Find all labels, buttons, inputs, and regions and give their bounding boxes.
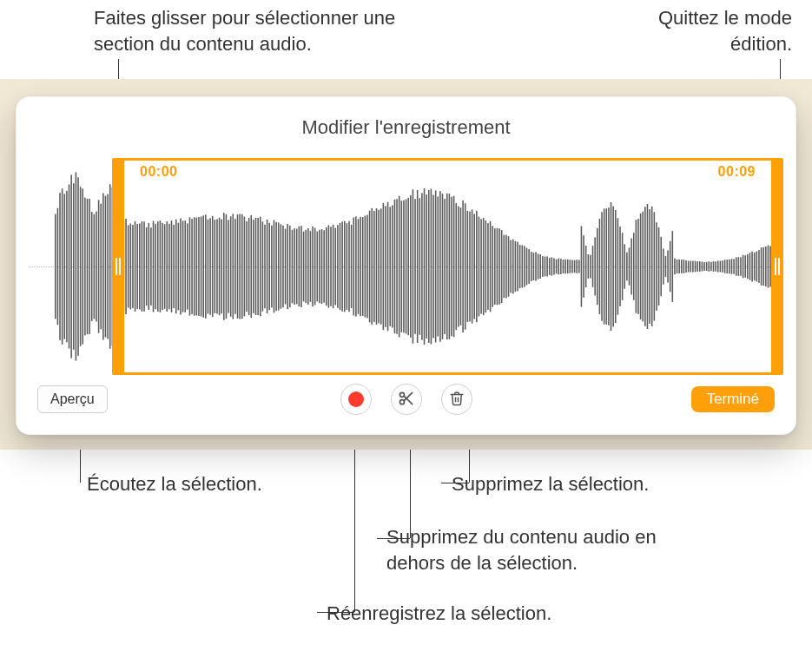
svg-rect-18 bbox=[96, 212, 97, 322]
toolbar-center bbox=[340, 384, 472, 415]
toolbar: Aperçu bbox=[17, 384, 795, 415]
svg-rect-14 bbox=[87, 199, 89, 334]
svg-rect-12 bbox=[82, 188, 83, 344]
svg-rect-2 bbox=[59, 193, 61, 340]
trash-icon bbox=[449, 390, 465, 410]
callout-delete-selection: Supprimez la sélection. bbox=[452, 471, 649, 497]
svg-rect-0 bbox=[55, 214, 56, 319]
callout-listen: Écoutez la sélection. bbox=[87, 471, 262, 497]
svg-rect-7 bbox=[70, 174, 72, 358]
svg-rect-3 bbox=[62, 188, 63, 345]
svg-rect-21 bbox=[102, 194, 104, 340]
callout-leader bbox=[377, 538, 410, 539]
selection-end-time: 00:09 bbox=[718, 164, 756, 180]
callout-exit-edit: Quittez le mode édition. bbox=[610, 5, 792, 56]
svg-rect-4 bbox=[63, 194, 65, 339]
selection-start-time: 00:00 bbox=[140, 164, 177, 180]
record-icon bbox=[348, 391, 364, 407]
svg-rect-24 bbox=[109, 184, 111, 349]
callout-delete-outside: Supprimez du contenu audio en dehors de … bbox=[386, 524, 699, 575]
delete-button[interactable] bbox=[441, 384, 472, 415]
svg-rect-10 bbox=[77, 177, 79, 356]
callout-leader bbox=[317, 612, 354, 613]
svg-rect-6 bbox=[69, 184, 70, 348]
waveform-area[interactable]: 00:00 00:09 bbox=[29, 158, 783, 375]
svg-rect-11 bbox=[80, 187, 82, 346]
svg-rect-15 bbox=[89, 199, 90, 334]
preview-button[interactable]: Aperçu bbox=[37, 385, 108, 413]
svg-rect-17 bbox=[94, 214, 96, 319]
callout-leader bbox=[441, 483, 469, 483]
callout-drag-select: Faites glisser pour sélectionner une sec… bbox=[94, 5, 406, 56]
selection-rect[interactable]: 00:00 00:09 bbox=[112, 158, 783, 375]
panel-title: Modifier l'enregistrement bbox=[17, 116, 795, 139]
trim-button[interactable] bbox=[391, 384, 422, 415]
svg-rect-19 bbox=[98, 200, 100, 332]
svg-rect-1 bbox=[57, 208, 59, 326]
callout-leader bbox=[354, 425, 355, 612]
svg-rect-13 bbox=[84, 198, 86, 336]
edit-recording-panel: Modifier l'enregistrement 00:00 00:09 Ap… bbox=[16, 96, 796, 435]
svg-rect-5 bbox=[66, 191, 68, 342]
svg-rect-9 bbox=[76, 172, 77, 360]
svg-rect-16 bbox=[91, 212, 93, 321]
svg-rect-8 bbox=[73, 183, 75, 350]
done-button[interactable]: Terminé bbox=[691, 386, 775, 412]
record-button[interactable] bbox=[340, 384, 372, 415]
svg-rect-22 bbox=[105, 196, 107, 338]
callout-rerecord: Réenregistrez la sélection. bbox=[327, 601, 551, 627]
svg-rect-20 bbox=[100, 204, 102, 330]
svg-rect-23 bbox=[107, 194, 109, 339]
scissors-icon bbox=[398, 390, 415, 410]
